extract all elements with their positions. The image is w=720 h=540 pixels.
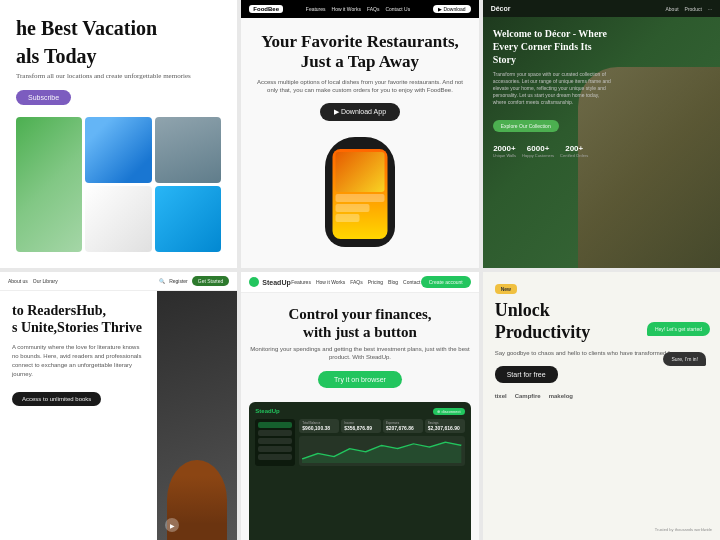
readershub-nav-links: About us Our Library	[8, 278, 58, 284]
steadup-create-account-button[interactable]: Create account	[421, 276, 471, 288]
stead-nav-contact[interactable]: Contact	[403, 279, 420, 285]
vacation-subtext: Transform all our locations and create u…	[16, 72, 221, 82]
readershub-started-button[interactable]: Get Started	[192, 276, 230, 286]
stat-total-balance: Total Balance $960,100.38	[299, 419, 339, 433]
steadup-logo-icon	[249, 277, 259, 287]
sidebar-menu-item-2[interactable]	[258, 438, 292, 444]
unlock-cta-button[interactable]: Start for free	[495, 366, 558, 383]
dashboard-sidebar	[255, 419, 295, 466]
decor-hero: Welcome to Décor - Where Every Corner Fi…	[483, 17, 720, 268]
stead-nav-how[interactable]: How it Works	[316, 279, 345, 285]
vacation-img-palm	[16, 117, 82, 252]
foodbee-download-nav-btn[interactable]: ▶ Download	[433, 5, 471, 13]
nav-link-contact[interactable]: Contact Us	[385, 6, 410, 12]
readershub-body: to ReadersHub, s Unite,Stories Thrive A …	[0, 291, 237, 540]
brand-makelog: makelog	[549, 393, 573, 399]
stead-nav-blog[interactable]: Blog	[388, 279, 398, 285]
foodbee-nav-links: Features How it Works FAQs Contact Us	[306, 6, 410, 12]
phone-screen-row-2	[335, 204, 369, 212]
foodbee-logo: FoodBee	[249, 5, 283, 13]
sidebar-menu-item-1[interactable]	[258, 430, 292, 436]
steadup-nav-links: Features How it Works FAQs Pricing Blog …	[291, 279, 420, 285]
productivity-card: New Unlock Productivity Say goodbye to c…	[483, 272, 720, 540]
steadup-headline: Control your finances, with just a butto…	[249, 305, 470, 341]
brand-campfire: Campfire	[515, 393, 541, 399]
readershub-card: About us Our Library 🔍 Register Get Star…	[0, 272, 237, 540]
nav-library[interactable]: Our Library	[33, 278, 58, 284]
readershub-nav: About us Our Library 🔍 Register Get Star…	[0, 272, 237, 291]
readershub-text: to ReadersHub, s Unite,Stories Thrive A …	[0, 291, 157, 540]
dashboard-header: SteadUp ⊕ disconnect	[255, 408, 464, 415]
vacation-img-pool	[155, 186, 221, 252]
decor-nav-product[interactable]: Product	[685, 6, 702, 12]
stat-expenses: Expenses $207,676.86	[383, 419, 423, 433]
decor-stats: 2000+ Unique Walls 6000+ Happy Customers…	[493, 144, 613, 158]
brand-logos-row: tixel Campfire makelog	[495, 393, 708, 399]
phone-screen	[332, 149, 387, 239]
dashboard-stats-row: Total Balance $960,100.38 Income $356,87…	[299, 419, 464, 433]
steadup-subtext: Monitoring your spendings and getting th…	[249, 345, 470, 362]
stead-nav-features[interactable]: Features	[291, 279, 311, 285]
readershub-subtext: A community where the love for literatur…	[12, 343, 145, 379]
new-badge: New	[495, 284, 517, 294]
foodbee-headline: Your Favorite Restaurants, Just a Tap Aw…	[253, 32, 467, 73]
dashboard-disconnect-button[interactable]: ⊕ disconnect	[433, 408, 464, 415]
readershub-hero-image: ▶	[157, 291, 237, 540]
foodbee-nav: FoodBee Features How it Works FAQs Conta…	[241, 0, 478, 18]
subscribe-button[interactable]: Subscribe	[16, 90, 71, 105]
nav-link-how[interactable]: How it Works	[332, 6, 361, 12]
steadup-card: SteadUp Features How it Works FAQs Prici…	[241, 272, 478, 540]
steadup-nav: SteadUp Features How it Works FAQs Prici…	[241, 272, 478, 293]
sidebar-menu-item-active[interactable]	[258, 422, 292, 428]
decor-headline: Welcome to Décor - Where Every Corner Fi…	[493, 27, 613, 66]
decor-card: Décor About Product ··· Welcome to Décor…	[483, 0, 720, 268]
phone-hand	[317, 127, 402, 247]
decor-subtext: Transform your space with our curated co…	[493, 71, 613, 106]
vacation-img-villa	[85, 186, 151, 252]
sidebar-menu-item-3[interactable]	[258, 446, 292, 452]
decor-nav-links: About Product ···	[666, 6, 712, 12]
nav-link-faq[interactable]: FAQs	[367, 6, 380, 12]
brand-tixel: tixel	[495, 393, 507, 399]
nav-register[interactable]: Register	[169, 278, 188, 284]
stead-nav-faq[interactable]: FAQs	[350, 279, 363, 285]
decor-logo: Décor	[491, 5, 511, 12]
search-icon[interactable]: 🔍	[159, 278, 165, 284]
dashboard-logo: SteadUp	[255, 408, 279, 414]
decor-nav: Décor About Product ···	[483, 0, 720, 17]
dashboard-content: Total Balance $960,100.38 Income $356,87…	[255, 419, 464, 466]
vacation-img-eiffel	[155, 117, 221, 183]
vacation-img-dubai	[85, 117, 151, 183]
readershub-access-button[interactable]: Access to unlimited books	[12, 392, 101, 406]
foodbee-subtext: Access multiple options of local dishes …	[241, 78, 478, 95]
decor-nav-more[interactable]: ···	[708, 6, 712, 12]
foodbee-download-button[interactable]: ▶ Download App	[320, 103, 400, 121]
dashboard-chart	[299, 436, 464, 466]
chat-bubble-1: Hey! Let's get started	[647, 322, 710, 336]
vacation-images-grid	[16, 117, 221, 252]
readershub-headline: to ReadersHub, s Unite,Stories Thrive	[12, 303, 145, 337]
vacation-headline: he Best Vacation als Today	[16, 16, 221, 72]
stead-nav-pricing[interactable]: Pricing	[368, 279, 383, 285]
chat-bubble-2: Sure, I'm in!	[663, 352, 706, 366]
decor-nav-about[interactable]: About	[666, 6, 679, 12]
decor-cta-button[interactable]: Explore Our Collection	[493, 120, 559, 132]
nav-about-us[interactable]: About us	[8, 278, 28, 284]
nav-link-features[interactable]: Features	[306, 6, 326, 12]
sidebar-menu-item-4[interactable]	[258, 454, 292, 460]
steadup-logo: SteadUp	[249, 277, 290, 287]
phone-screen-row-3	[335, 214, 360, 222]
steadup-cta-button[interactable]: Try it on browser	[318, 371, 402, 388]
foodbee-card: FoodBee Features How it Works FAQs Conta…	[241, 0, 478, 268]
bottom-note: Trusted by thousands worldwide	[655, 527, 712, 532]
vacation-card: he Best Vacation als Today Transform all…	[0, 0, 237, 268]
dashboard-main: Total Balance $960,100.38 Income $356,87…	[299, 419, 464, 466]
stat-income: Income $356,876.89	[341, 419, 381, 433]
decor-content: Welcome to Décor - Where Every Corner Fi…	[493, 27, 613, 158]
readershub-nav-right: 🔍 Register Get Started	[159, 276, 229, 286]
steadup-hero: Control your finances, with just a butto…	[241, 293, 478, 402]
phone-screen-row	[335, 194, 384, 202]
phone-screen-food-img	[335, 152, 384, 192]
steadup-dashboard-mockup: SteadUp ⊕ disconnect Total Balance $960,…	[249, 402, 470, 540]
decor-stat-customers: 6000+ Happy Customers	[522, 144, 554, 158]
